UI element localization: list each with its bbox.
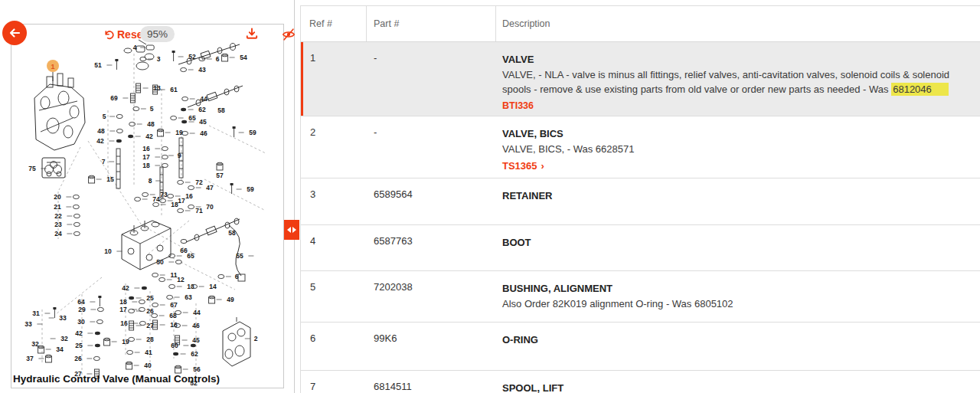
highlighted-callout-balloon[interactable]: 1: [47, 60, 59, 72]
ref-number-cell: 5: [301, 271, 367, 322]
svg-text:33: 33: [24, 320, 32, 328]
exploded-parts-diagram[interactable]: 1 45135243654691361446258654546554848424…: [11, 25, 283, 388]
svg-text:29: 29: [78, 306, 86, 313]
svg-text:46: 46: [192, 322, 200, 329]
svg-text:25: 25: [75, 342, 83, 349]
svg-text:12: 12: [177, 276, 185, 283]
service-link[interactable]: TS1365 ›: [502, 159, 973, 173]
svg-text:32: 32: [60, 335, 68, 342]
table-row[interactable]: 3 6589564 RETAINER: [301, 178, 980, 225]
svg-text:19: 19: [175, 129, 183, 136]
svg-text:26: 26: [74, 355, 82, 362]
svg-text:7: 7: [102, 158, 106, 165]
svg-text:46: 46: [200, 129, 207, 137]
svg-text:69: 69: [110, 94, 118, 102]
svg-text:63: 63: [185, 293, 192, 301]
ref-number-cell: 6: [301, 323, 367, 370]
back-button[interactable]: [2, 21, 27, 45]
svg-text:31: 31: [32, 309, 40, 317]
svg-text:24: 24: [54, 230, 62, 237]
svg-text:42: 42: [75, 329, 83, 337]
description-cell: RETAINER: [496, 178, 980, 224]
svg-text:52: 52: [188, 53, 196, 61]
svg-text:59: 59: [249, 129, 256, 136]
svg-text:61: 61: [170, 86, 178, 93]
svg-text:14: 14: [209, 283, 217, 290]
part-title: O-RING: [502, 332, 973, 347]
svg-text:47: 47: [206, 184, 214, 192]
service-link-label: TS1365: [502, 159, 537, 173]
svg-text:6: 6: [216, 55, 220, 63]
eye-slash-icon: [282, 28, 296, 41]
table-row[interactable]: 2 - VALVE, BICS VALVE, BICS, - Was 66285…: [301, 116, 980, 178]
svg-text:40: 40: [144, 362, 152, 369]
part-title: VALVE, BICS: [502, 126, 973, 141]
table-row[interactable]: 1 - VALVE VALVE, - NLA - valve is minus …: [301, 42, 980, 116]
svg-text:23: 23: [54, 221, 62, 228]
table-row[interactable]: 6 99K6 O-RING: [301, 323, 980, 371]
part-description: Also Order 82K019 alignment O-ring - Was…: [502, 296, 973, 311]
hide-callouts-button[interactable]: [282, 28, 296, 44]
svg-text:51: 51: [94, 61, 102, 69]
column-header-part: Part #: [367, 6, 496, 41]
description-cell: BUSHING, ALIGNMENT Also Order 82K019 ali…: [496, 271, 980, 322]
svg-text:68: 68: [169, 312, 177, 319]
bulletin-code[interactable]: BTI336: [502, 99, 973, 113]
splitter-handle[interactable]: [284, 220, 299, 240]
description-cell: VALVE VALVE, - NLA - valve is minus all …: [496, 42, 980, 116]
ref-number-cell: 4: [301, 225, 367, 270]
svg-text:71: 71: [195, 207, 203, 215]
ref-number-cell: 3: [301, 178, 367, 224]
svg-text:65: 65: [187, 252, 194, 260]
svg-text:8: 8: [149, 177, 152, 185]
part-description: VALVE, - NLA - valve is minus all fittin…: [502, 67, 973, 97]
svg-text:44: 44: [193, 309, 201, 316]
svg-text:9: 9: [178, 152, 181, 159]
arrow-left-icon: [8, 26, 21, 40]
svg-text:21: 21: [54, 203, 61, 211]
svg-text:64: 64: [77, 298, 85, 306]
svg-text:6: 6: [235, 273, 239, 280]
svg-text:4: 4: [133, 44, 137, 51]
svg-text:2: 2: [254, 335, 258, 342]
description-cell: VALVE, BICS VALVE, BICS, - Was 6628571 T…: [496, 116, 980, 178]
parts-table-header: Ref # Part # Description: [301, 6, 980, 42]
ref-number-cell: 7: [301, 371, 367, 393]
svg-text:16: 16: [120, 319, 128, 327]
resize-horizontal-icon: [287, 227, 291, 233]
svg-text:34: 34: [56, 346, 64, 353]
svg-text:16: 16: [185, 192, 193, 200]
svg-text:13: 13: [153, 84, 161, 92]
part-number-cell: 7202038: [367, 271, 496, 322]
part-number-cell: 6814511: [367, 371, 496, 393]
svg-text:15: 15: [106, 175, 114, 183]
chevron-right-icon: ›: [541, 159, 544, 173]
svg-text:62: 62: [198, 106, 206, 113]
svg-text:74: 74: [152, 195, 160, 203]
svg-text:57: 57: [216, 172, 224, 179]
svg-text:17: 17: [178, 197, 185, 205]
description-cell: O-RING: [496, 323, 980, 370]
svg-text:10: 10: [104, 247, 112, 255]
part-number-cell: 99K6: [367, 323, 496, 370]
highlighted-part-number: 6812046: [891, 83, 949, 96]
table-row[interactable]: 7 6814511 SPOOL, LIFT: [301, 371, 980, 393]
part-number-cell: 6589564: [367, 178, 496, 224]
svg-text:49: 49: [227, 296, 234, 303]
svg-text:25: 25: [146, 294, 154, 302]
parts-table: Ref # Part # Description 1 - VALVE VALVE…: [300, 5, 980, 393]
svg-text:17: 17: [119, 306, 127, 313]
column-header-description: Description: [496, 6, 980, 41]
description-cell: BOOT: [496, 225, 980, 270]
svg-text:42: 42: [145, 133, 153, 140]
table-row[interactable]: 5 7202038 BUSHING, ALIGNMENT Also Order …: [301, 271, 980, 323]
part-title: BOOT: [502, 235, 973, 250]
part-title: RETAINER: [502, 188, 973, 203]
svg-text:48: 48: [97, 127, 105, 135]
svg-text:72: 72: [195, 178, 203, 186]
parts-table-body: 1 - VALVE VALVE, - NLA - valve is minus …: [301, 42, 980, 393]
table-row[interactable]: 4 6587763 BOOT: [301, 225, 980, 271]
column-header-ref: Ref #: [301, 6, 367, 41]
svg-text:70: 70: [206, 203, 214, 211]
svg-text:17: 17: [142, 153, 150, 161]
